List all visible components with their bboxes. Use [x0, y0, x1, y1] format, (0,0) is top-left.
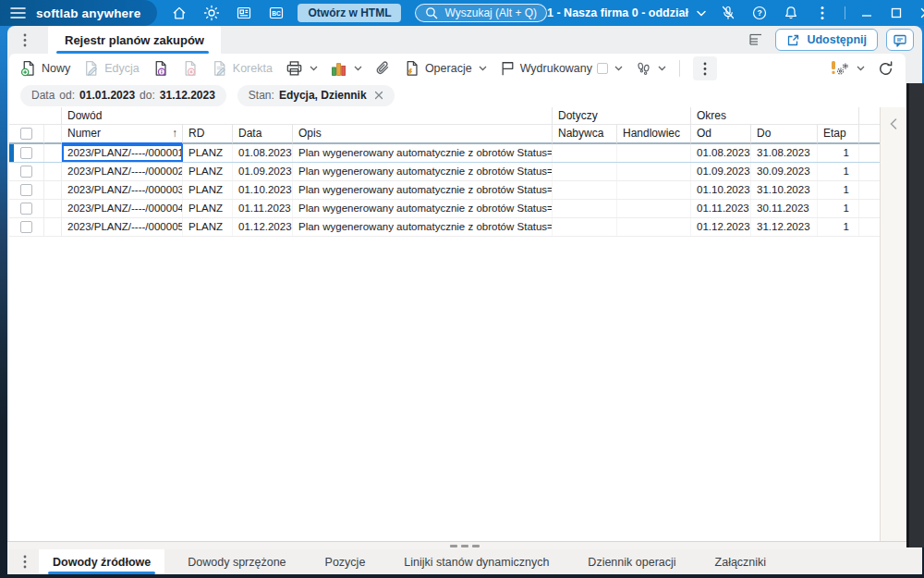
column-header-data[interactable]: Data	[233, 125, 293, 144]
cell-do[interactable]: 30.09.2023	[751, 163, 818, 180]
column-header-numer[interactable]: Numer ↑	[62, 125, 183, 144]
panel-splitter[interactable]	[7, 541, 922, 549]
row-checkbox-cell[interactable]	[9, 200, 44, 217]
column-header-od[interactable]: Od	[691, 125, 751, 144]
cell-od[interactable]: 01.09.2023	[691, 163, 751, 180]
column-header-do[interactable]: Do	[751, 125, 818, 144]
cell-filler[interactable]	[859, 163, 880, 180]
bottom-tabs-kebab-icon[interactable]	[15, 549, 35, 574]
print-button[interactable]	[286, 60, 318, 77]
cell-numer[interactable]: 2023/PLANZ/----/000003	[62, 181, 183, 199]
row-indicator-cell[interactable]	[44, 163, 62, 180]
cell-od[interactable]: 01.10.2023	[691, 181, 751, 199]
bc-icon[interactable]: BC	[267, 4, 286, 22]
help-icon[interactable]: ?	[750, 4, 769, 22]
cell-od[interactable]: 01.12.2023	[691, 218, 751, 236]
maximize-button[interactable]	[888, 5, 905, 21]
close-button[interactable]	[918, 5, 924, 21]
row-checkbox-cell[interactable]	[9, 181, 44, 199]
row-indicator-cell[interactable]	[44, 218, 62, 236]
search-input[interactable]: Wyszukaj (Alt + Q)	[415, 4, 547, 22]
tabstrip-kebab-icon[interactable]	[17, 30, 33, 50]
edit-button[interactable]: Edycja	[83, 60, 140, 77]
cell-data[interactable]: 01.09.2023	[233, 163, 293, 180]
bottom-tab[interactable]: Załączniki	[701, 549, 781, 574]
cell-handlowiec[interactable]	[617, 218, 691, 236]
select-all-cell[interactable]	[9, 125, 44, 144]
printed-filter-button[interactable]: Wydrukowany	[500, 60, 623, 77]
row-indicator-cell[interactable]	[44, 200, 62, 217]
cell-do[interactable]: 31.08.2023	[751, 144, 818, 162]
cell-numer[interactable]: 2023/PLANZ/----/000004	[62, 200, 183, 217]
cell-opis[interactable]: Plan wygenerowany automatycznie z obrotó…	[293, 181, 553, 199]
cell-do[interactable]: 30.11.2023	[751, 200, 818, 217]
table-row[interactable]: 2023/PLANZ/----/000003PLANZ01.10.2023Pla…	[9, 181, 880, 200]
cell-etap[interactable]: 1	[818, 218, 859, 236]
bottom-tab[interactable]: Dowody źródłowe	[39, 549, 164, 574]
cell-nabywca[interactable]	[553, 200, 617, 217]
cell-etap[interactable]: 1	[818, 144, 859, 162]
column-header-etap[interactable]: Etap	[818, 125, 859, 144]
table-row[interactable]: 2023/PLANZ/----/000001PLANZ01.08.2023Pla…	[9, 144, 880, 163]
open-in-html-button[interactable]: Otwórz w HTML	[298, 4, 401, 22]
side-panel-collapse[interactable]	[880, 107, 906, 541]
row-indicator-cell[interactable]	[44, 144, 62, 162]
cell-filler[interactable]	[859, 200, 880, 217]
cell-nabywca[interactable]	[553, 163, 617, 180]
cell-handlowiec[interactable]	[617, 163, 691, 180]
row-checkbox[interactable]	[20, 147, 32, 159]
toolbar-more-button[interactable]	[693, 56, 717, 80]
cell-etap[interactable]: 1	[818, 200, 859, 217]
cell-do[interactable]: 31.10.2023	[751, 181, 818, 199]
hierarchy-icon[interactable]	[745, 30, 767, 50]
cell-handlowiec[interactable]	[617, 144, 691, 162]
cell-numer[interactable]: 2023/PLANZ/----/000002	[62, 163, 183, 180]
cell-nabywca[interactable]	[553, 218, 617, 236]
select-all-checkbox[interactable]	[20, 128, 32, 140]
cell-data[interactable]: 01.10.2023	[233, 181, 293, 199]
minimize-button[interactable]	[858, 5, 875, 21]
tab-rejestr-planow-zakupow[interactable]: Rejestr planów zakupów	[48, 26, 221, 54]
row-checkbox[interactable]	[20, 166, 32, 178]
microphone-muted-icon[interactable]	[719, 4, 737, 22]
cell-filler[interactable]	[859, 144, 880, 162]
table-row[interactable]: 2023/PLANZ/----/000002PLANZ01.09.2023Pla…	[9, 163, 880, 181]
cell-do[interactable]: 31.12.2023	[751, 218, 818, 236]
cell-data[interactable]: 01.12.2023	[233, 218, 293, 236]
bottom-tab[interactable]: Dowody sprzężone	[174, 549, 299, 574]
correction-button[interactable]: Korekta	[212, 60, 273, 77]
cell-opis[interactable]: Plan wygenerowany automatycznie z obrotó…	[293, 163, 553, 180]
chip-close-icon[interactable]	[374, 91, 383, 100]
cell-nabywca[interactable]	[553, 181, 617, 199]
cell-rd[interactable]: PLANZ	[183, 200, 233, 217]
row-checkbox-cell[interactable]	[9, 218, 44, 236]
cell-opis[interactable]: Plan wygenerowany automatycznie z obrotó…	[293, 200, 553, 217]
row-indicator-cell[interactable]	[44, 181, 62, 199]
cell-rd[interactable]: PLANZ	[183, 163, 233, 180]
home-icon[interactable]	[170, 4, 188, 22]
cell-od[interactable]: 01.08.2023	[691, 144, 751, 162]
bottom-tab[interactable]: Linijki stanów dynamicznych	[390, 549, 563, 574]
bottom-tab[interactable]: Pozycje	[311, 549, 380, 574]
company-selector[interactable]: 1 - Nasza firma 0 - oddział	[547, 6, 706, 19]
refresh-button[interactable]	[877, 60, 894, 78]
comment-button[interactable]	[886, 29, 914, 51]
document-delete-button[interactable]	[182, 60, 199, 77]
operations-button[interactable]: Operacje	[404, 60, 487, 77]
titlebar-kebab-icon[interactable]	[813, 4, 832, 22]
column-header-rd[interactable]: RD	[183, 125, 233, 144]
row-checkbox[interactable]	[20, 184, 32, 196]
bell-icon[interactable]	[782, 4, 800, 22]
cell-etap[interactable]: 1	[818, 163, 859, 180]
state-filter-chip[interactable]: Stan: Edycja, Dziennik	[237, 85, 395, 106]
cell-rd[interactable]: PLANZ	[183, 218, 233, 236]
footsteps-button[interactable]	[636, 61, 666, 77]
warning-settings-button[interactable]	[830, 59, 865, 78]
printed-checkbox[interactable]	[597, 63, 608, 74]
cell-numer[interactable]: 2023/PLANZ/----/000001	[62, 144, 183, 162]
column-header-handlowiec[interactable]: Handlowiec	[617, 125, 691, 144]
table-row[interactable]: 2023/PLANZ/----/000004PLANZ01.11.2023Pla…	[9, 200, 880, 218]
date-filter-chip[interactable]: Data od: 01.01.2023 do: 31.12.2023	[20, 85, 226, 106]
cell-opis[interactable]: Plan wygenerowany automatycznie z obrotó…	[293, 144, 553, 162]
cell-rd[interactable]: PLANZ	[183, 181, 233, 199]
